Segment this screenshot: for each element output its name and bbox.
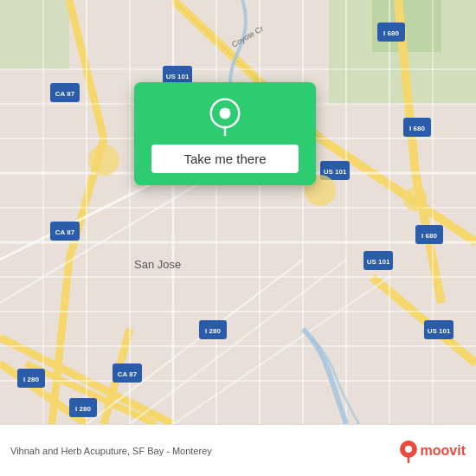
svg-text:I 680: I 680	[409, 125, 425, 132]
svg-text:San Jose: San Jose	[134, 258, 181, 271]
svg-text:CA 87: CA 87	[55, 90, 75, 98]
moovit-logo-area: moovit	[396, 439, 466, 463]
take-me-there-button[interactable]: Take me there	[151, 145, 299, 173]
svg-text:US 101: US 101	[324, 168, 347, 176]
svg-point-76	[405, 446, 412, 453]
svg-text:I 680: I 680	[421, 232, 437, 240]
svg-point-72	[403, 187, 428, 211]
svg-text:CA 87: CA 87	[55, 228, 75, 236]
moovit-text: moovit	[421, 443, 466, 459]
bottom-bar: Vihnah and Herb Acuputure, SF Bay - Mont…	[0, 424, 476, 476]
svg-text:I 680: I 680	[383, 29, 399, 37]
moovit-icon	[396, 439, 421, 463]
svg-text:I 280: I 280	[23, 376, 39, 383]
svg-text:I 280: I 280	[75, 405, 91, 413]
svg-rect-3	[0, 0, 69, 69]
location-popup: Take me there	[134, 82, 316, 185]
location-pin-icon	[206, 98, 244, 136]
app-title: Vihnah and Herb Acuputure, SF Bay - Mont…	[10, 446, 212, 456]
map-background: US 101 US 101 US 101 US 101 I 680 I 680 …	[0, 0, 476, 424]
map-container: US 101 US 101 US 101 US 101 I 680 I 680 …	[0, 0, 476, 424]
svg-text:I 280: I 280	[205, 327, 221, 335]
attribution-text: Vihnah and Herb Acuputure, SF Bay - Mont…	[10, 446, 396, 456]
svg-point-74	[219, 107, 230, 119]
svg-text:US 101: US 101	[428, 327, 451, 335]
svg-point-70	[88, 145, 119, 176]
svg-text:CA 87: CA 87	[118, 370, 138, 378]
svg-text:US 101: US 101	[166, 73, 190, 80]
svg-text:US 101: US 101	[367, 258, 390, 266]
